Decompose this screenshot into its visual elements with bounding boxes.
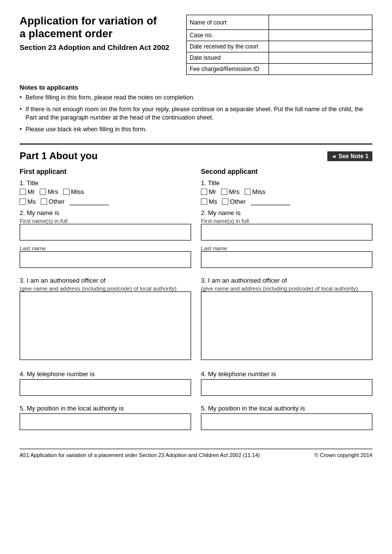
second-q4: 4. My telephone number is	[201, 370, 372, 401]
second-ms-label: Ms	[209, 198, 217, 205]
second-lastname-label: Last name	[201, 245, 372, 251]
part1-title: Part 1 About you	[20, 150, 98, 162]
second-mr-item[interactable]: Mr	[201, 188, 216, 195]
first-lastname-input[interactable]	[20, 251, 191, 268]
notes-section: Notes to applicants Before filling in th…	[20, 84, 372, 134]
second-position-input[interactable]	[201, 413, 372, 430]
second-firstname-input[interactable]	[201, 224, 372, 241]
first-miss-label: Miss	[71, 188, 84, 195]
second-q5: 5. My position in the local authority is	[201, 405, 372, 435]
second-lastname-input[interactable]	[201, 251, 372, 268]
first-mr-item[interactable]: Mr	[20, 188, 35, 195]
second-q5-label: 5. My position in the local authority is	[201, 405, 372, 412]
first-q1-label: 1. Title	[20, 179, 191, 187]
notes-list: Before filling in this form, please read…	[20, 94, 372, 134]
first-miss-checkbox[interactable]	[63, 189, 70, 195]
second-mrs-label: Mrs	[229, 188, 240, 195]
second-firstname-label: First name(s) in full	[201, 218, 372, 224]
court-name-label: Name of court	[187, 15, 269, 30]
main-title: Application for variation of a placement…	[20, 15, 176, 41]
first-mrs-checkbox[interactable]	[40, 189, 46, 195]
first-ms-checkbox[interactable]	[20, 198, 26, 205]
first-firstname-input[interactable]	[20, 224, 191, 241]
first-firstname-label: First name(s) in full	[20, 218, 191, 224]
second-phone-input[interactable]	[201, 379, 372, 396]
first-q2-label: 2. My name is	[20, 209, 191, 217]
first-miss-item[interactable]: Miss	[63, 188, 84, 195]
fee-label: Fee charged/Remission ID	[187, 64, 269, 75]
first-q1: 1. Title Mr Mrs Miss Ms	[20, 179, 191, 205]
second-miss-label: Miss	[252, 188, 266, 195]
date-received-label: Date received by the court	[187, 41, 269, 52]
notes-title: Notes to applicants	[20, 84, 372, 91]
second-q3: 3. I am an authorised officer of (give n…	[201, 277, 372, 366]
second-q3-main-label: 3. I am an authorised officer of	[201, 277, 372, 284]
second-applicant-title: Second applicant	[201, 168, 372, 175]
first-q3-sub-label: (give name and address (including postco…	[20, 286, 191, 291]
second-other-item[interactable]: Other	[222, 198, 246, 205]
date-issued-row: Date issued	[187, 52, 372, 64]
case-no-label: Case no.	[187, 30, 269, 41]
first-lastname-label: Last name	[20, 245, 191, 251]
first-title-row1: Mr Mrs Miss	[20, 188, 191, 195]
first-mr-label: Mr	[27, 188, 35, 195]
court-name-row: Name of court	[187, 15, 372, 30]
first-q2: 2. My name is First name(s) in full Last…	[20, 209, 191, 273]
court-name-value[interactable]	[269, 15, 372, 30]
date-received-row: Date received by the court	[187, 41, 372, 52]
date-issued-label: Date issued	[187, 52, 269, 64]
date-received-value[interactable]	[269, 41, 372, 52]
first-q3: 3. I am an authorised officer of (give n…	[20, 277, 191, 366]
first-q3-main-label: 3. I am an authorised officer of	[20, 277, 191, 284]
fee-value[interactable]	[269, 64, 372, 75]
date-issued-value[interactable]	[269, 52, 372, 64]
second-other-checkbox[interactable]	[222, 198, 228, 205]
second-q1: 1. Title Mr Mrs Miss Ms	[201, 179, 372, 205]
footer-left: A51 Application for variation of a place…	[20, 452, 260, 458]
second-q2: 2. My name is First name(s) in full Last…	[201, 209, 372, 273]
first-ms-item[interactable]: Ms	[20, 198, 36, 205]
subtitle: Section 23 Adoption and Children Act 200…	[20, 43, 176, 52]
first-q5: 5. My position in the local authority is	[20, 405, 191, 435]
first-applicant-col: First applicant 1. Title Mr Mrs Miss	[20, 168, 191, 439]
second-other-input[interactable]	[251, 197, 290, 205]
first-other-checkbox[interactable]	[41, 198, 47, 205]
part1-header: Part 1 About you See Note 1	[20, 150, 372, 162]
note-item-2: If there is not enough room on the form …	[20, 105, 372, 122]
second-title-row2: Ms Other	[201, 197, 372, 205]
second-other-label: Other	[230, 198, 246, 205]
second-mrs-checkbox[interactable]	[221, 189, 227, 195]
page-footer: A51 Application for variation of a place…	[20, 449, 372, 458]
applicants-section: First applicant 1. Title Mr Mrs Miss	[20, 168, 372, 439]
second-authority-input[interactable]	[201, 291, 372, 360]
case-no-row: Case no.	[187, 30, 372, 41]
first-other-input[interactable]	[70, 197, 109, 205]
second-mrs-item[interactable]: Mrs	[221, 188, 240, 195]
note-item-3: Please use black ink when filling in thi…	[20, 125, 372, 134]
first-q5-label: 5. My position in the local authority is	[20, 405, 191, 412]
first-ms-label: Ms	[27, 198, 36, 205]
first-authority-input[interactable]	[20, 291, 191, 360]
first-mr-checkbox[interactable]	[20, 189, 26, 195]
first-mrs-item[interactable]: Mrs	[40, 188, 58, 195]
second-title-row1: Mr Mrs Miss	[201, 188, 372, 195]
first-phone-input[interactable]	[20, 379, 191, 396]
court-info-table: Name of court Case no. Date received by …	[186, 15, 372, 75]
first-other-label: Other	[49, 198, 65, 205]
first-other-item[interactable]: Other	[41, 198, 65, 205]
second-q2-label: 2. My name is	[201, 209, 372, 217]
second-ms-checkbox[interactable]	[201, 198, 207, 205]
fee-row: Fee charged/Remission ID	[187, 64, 372, 75]
first-position-input[interactable]	[20, 413, 191, 430]
second-ms-item[interactable]: Ms	[201, 198, 217, 205]
see-note-badge: See Note 1	[327, 151, 372, 161]
first-q4: 4. My telephone number is	[20, 370, 191, 401]
case-no-value[interactable]	[269, 30, 372, 41]
second-mr-checkbox[interactable]	[201, 189, 207, 195]
first-title-row2: Ms Other	[20, 197, 191, 205]
second-miss-checkbox[interactable]	[245, 189, 251, 195]
first-applicant-title: First applicant	[20, 168, 191, 175]
second-miss-item[interactable]: Miss	[245, 188, 266, 195]
second-applicant-col: Second applicant 1. Title Mr Mrs Miss	[201, 168, 372, 439]
footer-right: © Crown copyright 2014	[315, 452, 372, 458]
